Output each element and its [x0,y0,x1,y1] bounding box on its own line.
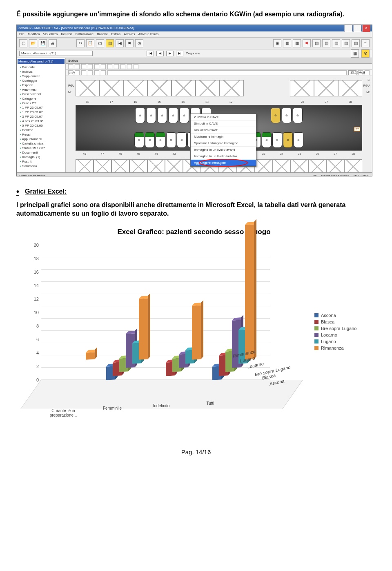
tool-icon[interactable] [68,64,73,69]
menu-item[interactable]: Modifica [28,32,40,36]
tree-item[interactable]: Documenti [20,150,65,155]
status-tab[interactable]: Status [66,58,372,64]
tree-item[interactable]: Paziente [20,65,65,69]
list-icon[interactable]: ≡ [361,39,370,47]
tool-icon[interactable] [101,70,106,75]
grid-icon[interactable]: ▦ [283,39,291,47]
tooth-gold-icon[interactable]: ⊕ [283,132,293,148]
tooth-icon[interactable]: ⊖ [135,108,145,123]
extra-icon[interactable]: ▤ [332,39,340,47]
close-icon[interactable]: × [362,25,370,32]
tooth-icon[interactable]: ⊕ [134,132,144,148]
tooth-icon[interactable]: ⊕ [294,132,303,148]
nav-first-icon[interactable]: |◀ [147,51,154,56]
tooth-icon[interactable]: ⊖ [179,108,189,123]
print-icon[interactable]: 🖨 [49,39,57,47]
folder-icon[interactable]: 🗂 [96,39,104,47]
context-menu-item-highlighted[interactable]: Aggiungere immagine [191,160,256,166]
tooth-icon[interactable]: ⊖ [282,108,292,123]
maximize-icon[interactable]: □ [353,25,361,32]
xray-panel[interactable]: ⊖ ⊖ ⊖ ⊖ ⊖ ⊖ ⊖ ⊖ ⊖ ⊖ 2.Livello in CAVESim… [76,105,362,151]
tree-item[interactable]: 1 PP 23.05.07 [20,105,65,110]
tree-item[interactable]: 4 ses 28.03.06 [20,119,65,123]
context-menu-item[interactable]: Simboli in CAVE [191,120,256,127]
tooth-icon[interactable]: ⊖ [168,108,178,123]
tree-item[interactable]: Appuntamenti [20,137,65,141]
tree-item[interactable]: Anamnesi [20,87,65,92]
context-menu-item[interactable]: Mostrare le immagini [191,134,256,140]
chart-icon[interactable]: ▤ [312,39,321,47]
menu-item[interactable]: Fatturazione [76,32,94,36]
tooth-gold-icon[interactable]: ⊖ [271,108,281,123]
tool-icon[interactable] [134,64,138,69]
tree-item[interactable]: Osservazioni [20,92,65,96]
tooth-icon[interactable]: ⊕ [272,132,282,148]
tree-item[interactable]: 5 PP 30.03.05 [20,123,65,128]
sidebar-tree[interactable]: Moreno Alessandro (21) PazienteIndirizzi… [17,58,66,172]
tool-icon[interactable] [81,64,86,69]
tooth-icon[interactable]: ⊖ [293,108,303,123]
context-menu-item[interactable]: Spostare / allungare immagine [191,140,256,147]
radiation-icon[interactable]: ☢ [361,49,370,58]
tooth-icon[interactable]: ⊕ [166,132,176,148]
tree-item[interactable]: Cure / PT [20,101,65,105]
context-menu-item[interactable]: Visualizza CAVE [191,127,256,134]
first-icon[interactable]: |◀ [116,39,124,47]
tree-item[interactable]: Sommario [20,164,65,168]
book-icon[interactable]: ▣ [273,39,281,47]
tree-item[interactable]: Conteggio [20,78,65,83]
nav-last-icon[interactable]: ▶| [176,51,183,56]
tree-item[interactable]: 1 PP 23.05.07 [20,110,65,114]
status-toolbar[interactable] [66,64,372,70]
tool-icon[interactable] [94,64,99,69]
menu-item[interactable]: Banche [97,32,108,36]
tooth-icon[interactable]: ⊕ [145,132,155,148]
tool-icon[interactable] [88,64,93,69]
context-menu[interactable]: 2.Livello in CAVESimboli in CAVEVisualiz… [190,114,256,167]
tree-item[interactable]: Recall [20,132,65,137]
menu-item[interactable]: File [19,32,24,36]
tool-icon[interactable] [127,64,132,69]
save-icon[interactable]: 💾 [39,39,47,47]
grid-toggle-icon[interactable]: ▦ [351,49,359,58]
tool-icon[interactable] [88,70,93,75]
tree-item[interactable]: Immagini (1) [20,155,65,159]
tool-icon[interactable] [101,64,106,69]
tools-icon[interactable]: ✖ [125,39,134,47]
tool-icon[interactable] [94,70,99,75]
tool-icon[interactable] [75,64,80,69]
tree-item[interactable]: Post-It [20,159,65,164]
status-toolbar-2[interactable]: Ln/Ve 15.12.2007 Modi [66,70,372,76]
export-icon[interactable]: ▤ [322,39,330,47]
patient-combo[interactable]: Moreno Alessandro (21) [19,51,93,56]
tool-icon[interactable] [107,64,112,69]
extra3-icon[interactable]: ▤ [352,39,360,47]
open-icon[interactable]: 📂 [29,39,37,47]
nav-prev-icon[interactable]: ◀ [156,51,164,56]
tooth-icon[interactable]: ⊖ [157,108,167,123]
tooth-icon[interactable]: ⊕ [177,132,187,148]
note-icon[interactable]: ▤ [106,39,114,47]
date-input[interactable]: 15.12.2007 [348,70,356,75]
window-controls[interactable]: _ □ × [344,25,370,32]
menu-bar[interactable]: File Modifica Visualizza Indirizzi Fattu… [17,31,372,38]
tool-icon[interactable] [365,70,370,75]
tooth-icon[interactable]: ⊕ [156,132,165,148]
tool-icon[interactable] [81,70,86,75]
context-menu-item[interactable]: Immagine in un livello avanti [191,147,256,153]
grid2-icon[interactable]: ▦ [293,39,301,47]
menu-item[interactable]: Indirizzi [61,32,72,36]
tool-icon[interactable] [120,64,125,69]
tree-item[interactable]: Cartella clinica [20,141,65,146]
tool-icon[interactable] [114,64,119,69]
menu-item[interactable]: Extras [111,32,120,36]
tree-item[interactable]: Esporta [20,83,65,87]
new-icon[interactable]: ▢ [19,39,27,47]
clock-icon[interactable]: ◷ [135,39,143,47]
minimize-icon[interactable]: _ [344,25,352,32]
menu-item[interactable]: Attivare l'aiuto [138,32,159,36]
menu-item[interactable]: Visualizza [43,32,58,36]
tree-item[interactable]: Debitori [20,128,65,132]
tool-icon[interactable] [75,70,80,75]
tooth-icon[interactable]: ⊕ [262,132,272,148]
